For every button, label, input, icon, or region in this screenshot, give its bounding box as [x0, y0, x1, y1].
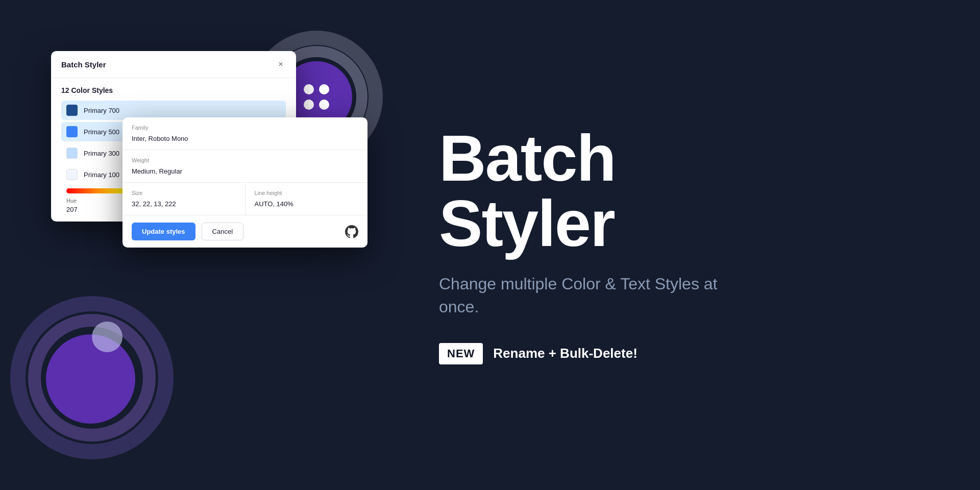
- dot-2: [319, 84, 329, 94]
- left-section: Batch Styler × 12 Color Styles Primary 7…: [0, 0, 388, 490]
- dot-4: [319, 100, 329, 110]
- size-value: 32, 22, 13, 222: [132, 200, 236, 208]
- weight-section: Weight Medium, Regular: [122, 150, 368, 183]
- circle-bl-inner: [46, 334, 135, 424]
- size-label: Size: [132, 190, 236, 196]
- plugin-header: Batch Styler ×: [51, 51, 296, 78]
- right-section: Batch Styler Change multiple Color & Tex…: [388, 0, 980, 490]
- swatch-primary700: [66, 105, 78, 116]
- button-icon-dots: [304, 84, 329, 110]
- weight-value: Medium, Regular: [132, 167, 358, 175]
- color-name-primary500: Primary 500: [84, 128, 119, 136]
- new-feature-text: Rename + Bulk-Delete!: [493, 346, 637, 361]
- lineheight-section: Line height AUTO, 140%: [246, 183, 368, 215]
- new-badge: NEW: [439, 343, 483, 364]
- color-name-primary100: Primary 100: [84, 171, 119, 179]
- plugin-title: Batch Styler: [61, 60, 106, 69]
- swatch-primary300: [66, 148, 78, 159]
- size-section: Size 32, 22, 13, 222: [122, 183, 246, 215]
- swatch-primary500: [66, 126, 78, 137]
- dot-3: [304, 100, 314, 110]
- color-name-primary300: Primary 300: [84, 150, 119, 157]
- swatch-primary100: [66, 169, 78, 180]
- styles-count: 12 Color Styles: [61, 86, 286, 94]
- hero-subtitle: Change multiple Color & Text Styles at o…: [439, 273, 735, 318]
- update-styles-button[interactable]: Update styles: [132, 223, 195, 240]
- lineheight-label: Line height: [255, 190, 359, 196]
- github-icon[interactable]: [345, 225, 358, 238]
- dot-1: [304, 84, 314, 94]
- circle-small: [92, 322, 122, 352]
- typo-actions: Update styles Cancel: [122, 215, 368, 248]
- color-name-primary700: Primary 700: [84, 107, 119, 114]
- close-button[interactable]: ×: [276, 59, 286, 69]
- hero-title-line2: Styler: [439, 191, 929, 256]
- hero-title-line1: Batch: [439, 126, 929, 191]
- family-section: Family Inter, Roboto Mono: [122, 117, 368, 150]
- new-badge-row: NEW Rename + Bulk-Delete!: [439, 343, 929, 364]
- weight-label: Weight: [132, 157, 358, 163]
- lineheight-value: AUTO, 140%: [255, 200, 359, 208]
- cancel-button[interactable]: Cancel: [202, 223, 243, 240]
- size-lineheight-row: Size 32, 22, 13, 222 Line height AUTO, 1…: [122, 183, 368, 215]
- family-label: Family: [132, 125, 358, 131]
- typography-popup: Family Inter, Roboto Mono Weight Medium,…: [122, 117, 368, 248]
- hero-title: Batch Styler: [439, 126, 929, 256]
- family-value: Inter, Roboto Mono: [132, 135, 358, 142]
